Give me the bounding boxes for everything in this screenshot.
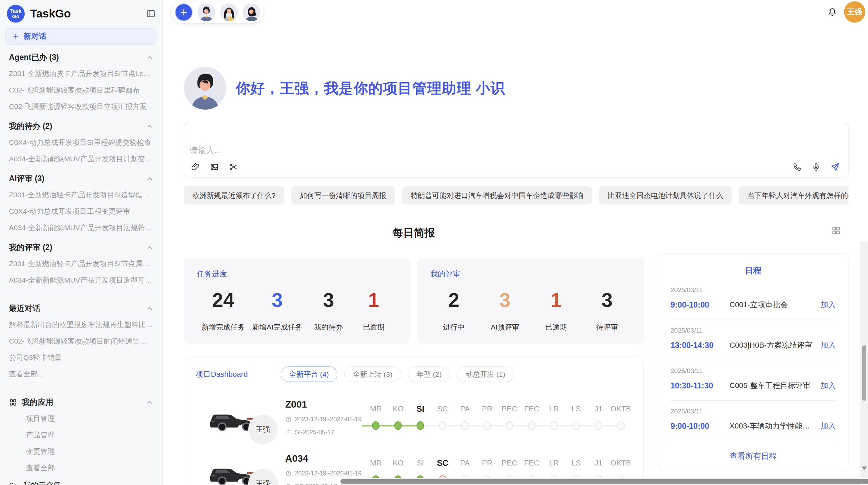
sidebar-app-item[interactable]: 产品管理 xyxy=(5,427,158,443)
milestone-label: OKTB xyxy=(610,458,632,468)
milestone-step[interactable]: J1 xyxy=(587,404,610,431)
dashboard-tab[interactable]: 全新平台 (4) xyxy=(281,366,338,382)
milestone-label: KO xyxy=(387,404,409,414)
sidebar-section-header[interactable]: Agent已办 (3) xyxy=(5,49,158,65)
chat-input[interactable]: 请输入... xyxy=(184,122,848,177)
milestone-dot xyxy=(572,421,580,430)
sidebar-task-item[interactable]: Z001-全新燃油轻卡产品开发项目SI节点属性5D文件评审 xyxy=(5,256,158,272)
suggestion-chip[interactable]: 特朗普可能对进口汽车增税会对中国车企造成哪些影响 xyxy=(402,186,592,204)
dashboard-tab[interactable]: 动总开发 (1) xyxy=(457,366,514,382)
schedule-item: 2025/03/1110:30-11:30C005-整车工程目标评审加入 xyxy=(671,360,836,400)
vertical-scrollbar-thumb[interactable] xyxy=(862,345,866,401)
agent-avatar-1[interactable] xyxy=(197,3,215,21)
section-title: 最近对话 xyxy=(9,303,40,314)
sidebar-section-header[interactable]: 我的待办 (2) xyxy=(5,117,158,134)
stat-item: 3新增AI完成任务 xyxy=(252,290,302,332)
sidebar-section-header-recent[interactable]: 最近对话 xyxy=(5,300,158,316)
schedule-time: 13:00-14:30 xyxy=(671,341,730,350)
milestone-step[interactable]: PA xyxy=(454,404,476,431)
milestone-step[interactable]: LR xyxy=(543,404,565,431)
milestone-step[interactable]: SC xyxy=(432,404,454,431)
user-avatar[interactable]: 王强 xyxy=(844,1,865,23)
sidebar-task-item[interactable]: Z001-全新燃油轻卡产品开发项目SI造型提交物评审 xyxy=(5,187,158,203)
sidebar-task-item[interactable]: A034-全新新能源MUV产品开发项目计划变更表编写 xyxy=(5,151,158,167)
milestone-label: FEC xyxy=(520,458,543,468)
suggestion-chip[interactable]: 欧洲新规最近颁布了什么? xyxy=(184,186,284,204)
join-button[interactable]: 加入 xyxy=(821,381,836,391)
sidebar-app-item[interactable]: 项目管理 xyxy=(5,410,158,427)
sidebar: Task Go TaskGo 新对话 Agent已办 (3)Z001-全新燃油皮… xyxy=(0,0,163,485)
suggestion-chip[interactable]: 比亚迪全固态电池计划具体说了什么 xyxy=(599,186,732,204)
sidebar-task-item[interactable]: A034-全新新能源MUV产品开发项目法规符合性评审 xyxy=(5,220,158,236)
scroll-right-arrow-icon[interactable] xyxy=(854,479,858,484)
sidebar-section-header-apps[interactable]: 我的应用 xyxy=(5,394,158,410)
attachment-icon[interactable] xyxy=(191,162,200,172)
milestone-step[interactable]: LS xyxy=(565,404,587,431)
milestone-dot xyxy=(372,421,379,430)
suggestion-chip[interactable]: 如何写一份清晰的项目周报 xyxy=(291,186,395,204)
sidebar-apps-view-all[interactable]: 查看全部... xyxy=(5,460,158,476)
sidebar-task-item[interactable]: C02-飞腾新能源轻客改款项目里程碑画布 xyxy=(5,82,158,98)
dashboard-tab[interactable]: 全新上装 (3) xyxy=(344,366,401,382)
milestone-label: PEC xyxy=(498,458,521,468)
sidebar-recent-item[interactable]: 公司Q3轻卡销量 xyxy=(5,349,158,366)
agent-avatar-3[interactable] xyxy=(243,3,261,21)
sidebar-collapse-icon[interactable] xyxy=(146,9,156,18)
sidebar-task-item[interactable]: Z001-全新燃油皮卡产品开发项目SI节点Lesson Learn报告 xyxy=(5,65,158,82)
milestone-step[interactable]: FEC xyxy=(520,404,543,431)
layout-grid-icon[interactable] xyxy=(831,226,841,235)
milestone-step[interactable]: OKTB xyxy=(610,404,632,431)
phone-icon[interactable] xyxy=(793,162,802,172)
clock-icon xyxy=(285,416,292,423)
folder-icon xyxy=(9,481,17,485)
stat-label: 待评审 xyxy=(588,322,626,332)
horizontal-scrollbar-thumb[interactable] xyxy=(340,479,868,484)
sidebar-section-header[interactable]: 我的评审 (2) xyxy=(5,239,158,256)
sidebar-recent-view-all[interactable]: 查看全部... xyxy=(5,366,158,382)
sidebar-link-folder[interactable]: 我的云空间 xyxy=(5,476,158,485)
logo-text-bottom: Go xyxy=(12,14,20,19)
sidebar-task-item[interactable]: C0X4-动力总成开发项目SI里程碑提交物检查 xyxy=(5,134,158,151)
sidebar-task-item[interactable]: A034-全新新能源MUV产品开发项目造型可行性评审 xyxy=(5,272,158,288)
milestone-step[interactable]: PEC xyxy=(498,404,521,431)
stat-label: 已逾期 xyxy=(537,322,575,332)
sidebar-section-header[interactable]: AI评审 (3) xyxy=(5,170,158,187)
schedule-event-title: C003|H0B-方案冻结评审 xyxy=(730,340,815,350)
schedule-time: 9:00-10:00 xyxy=(671,300,730,310)
notification-bell-icon[interactable] xyxy=(827,7,837,17)
stat-card-title: 我的评审 xyxy=(430,269,631,279)
milestone-step[interactable]: MR xyxy=(365,404,387,431)
milestone-step[interactable]: PR xyxy=(476,404,498,431)
add-agent-button[interactable] xyxy=(175,3,193,21)
scissors-icon[interactable] xyxy=(229,162,238,172)
milestone-dot xyxy=(617,421,625,430)
project-dates: 2023-12-19~2026-01-19 xyxy=(285,470,363,477)
sidebar-recent-item[interactable]: C02-飞腾新能源轻客改款项目的闭环通告反馈情况 xyxy=(5,333,158,349)
sidebar-recent-item[interactable]: 解释最新出台的欧盟报废车法规再生塑料比例被调至15%... xyxy=(5,316,158,333)
join-button[interactable]: 加入 xyxy=(821,300,836,310)
microphone-icon[interactable] xyxy=(811,162,821,172)
vertical-scrollbar[interactable] xyxy=(860,241,868,478)
suggestion-chip[interactable]: 当下年轻人对汽车外观有怎样的喜好趋势 xyxy=(739,186,848,204)
dashboard-tabs: 全新平台 (4)全新上装 (3)年型 (2)动总开发 (1) xyxy=(281,366,514,382)
project-list: 王强Z0012023-12-19~2027-01-19SI-2025-05-17… xyxy=(196,399,632,485)
scroll-down-arrow-icon[interactable] xyxy=(861,467,867,470)
agent-avatar-2[interactable] xyxy=(220,3,238,21)
horizontal-scrollbar[interactable] xyxy=(340,478,860,485)
milestone-step[interactable]: KO xyxy=(387,404,409,431)
view-all-schedule-link[interactable]: 查看所有日程 xyxy=(671,441,836,466)
sidebar-list: Agent已办 (3)Z001-全新燃油皮卡产品开发项目SI节点Lesson L… xyxy=(5,49,158,485)
dashboard-tab[interactable]: 年型 (2) xyxy=(408,366,450,382)
image-upload-icon[interactable] xyxy=(210,162,219,172)
milestone-label: OKTB xyxy=(610,404,632,414)
milestone-step[interactable]: SI xyxy=(409,404,432,431)
join-button[interactable]: 加入 xyxy=(821,421,836,431)
sidebar-app-item[interactable]: 变更管理 xyxy=(5,443,158,460)
sidebar-task-item[interactable]: C02-飞腾新能源轻客改款项目立项汇报方案 xyxy=(5,98,158,115)
new-chat-button[interactable]: 新对话 xyxy=(5,28,157,45)
send-icon[interactable] xyxy=(830,162,840,172)
sidebar-task-item[interactable]: C0X4-动力总成开发项目工程变更评审 xyxy=(5,203,158,220)
sidebar-divider xyxy=(6,294,156,294)
briefing-column: 每日简报 任务进度24新增完成任务3新增AI完成任务3我的待办1已逾期我的评审2… xyxy=(184,226,644,485)
join-button[interactable]: 加入 xyxy=(821,340,836,350)
